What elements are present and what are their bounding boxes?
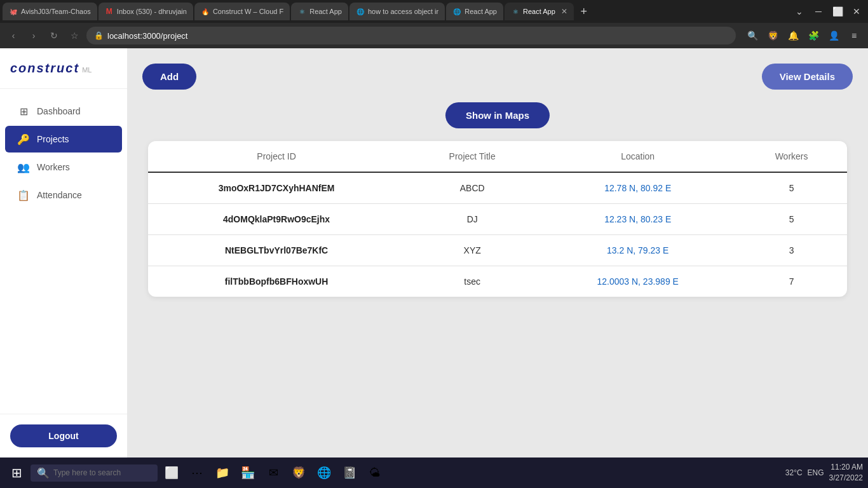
tab-react3[interactable]: ⚛ React App ✕: [505, 3, 574, 20]
brave-shield-icon[interactable]: 🦁: [764, 27, 782, 44]
cell-workers: 3: [736, 235, 847, 266]
logout-button[interactable]: Logout: [10, 424, 117, 447]
logo-text: construct: [10, 61, 79, 76]
sidebar: construct ML ⊞ Dashboard 🔑 Projects 👥 Wo…: [0, 48, 127, 458]
close-window-button[interactable]: ✕: [848, 3, 865, 20]
tab-favicon-howto: 🌐: [356, 7, 365, 16]
file-explorer-icon[interactable]: 📁: [211, 461, 234, 484]
cell-location: 13.2 N, 79.23 E: [539, 235, 736, 266]
tab-favicon-react1: ⚛: [297, 7, 306, 16]
cell-location: 12.78 N, 80.92 E: [539, 172, 736, 204]
reload-button[interactable]: ↻: [46, 27, 62, 44]
taskbar-right: 32°C ENG 11:20 AM 3/27/2022: [785, 462, 863, 484]
col-header-location: Location: [539, 141, 736, 172]
col-header-project-id: Project ID: [148, 141, 405, 172]
brave-taskbar-icon[interactable]: 🦁: [287, 461, 310, 484]
cell-project-id: NtEBGLTbvYrl07Be7KfC: [148, 235, 405, 266]
browser-chrome: 🐙 AvishJ03/Team-Chaos M Inbox (530) - dh…: [0, 0, 868, 48]
extensions-icon[interactable]: 🧩: [804, 27, 822, 44]
tab-avish[interactable]: 🐙 AvishJ03/Team-Chaos: [3, 3, 97, 20]
search-tool-icon[interactable]: 🔍: [743, 27, 761, 44]
sidebar-item-dashboard[interactable]: ⊞ Dashboard: [5, 98, 122, 125]
tab-label-howto: how to access object ir: [368, 8, 438, 15]
top-actions: Add View Details: [142, 64, 853, 90]
tab-favicon-inbox: M: [105, 7, 114, 16]
language-display: ENG: [808, 468, 824, 477]
view-details-button[interactable]: View Details: [762, 64, 853, 90]
start-button[interactable]: ⊞: [5, 461, 28, 484]
address-bar: ‹ › ↻ ☆ 🔒 localhost:3000/project 🔍 🦁 🔔 🧩…: [0, 23, 868, 48]
taskview-icon[interactable]: ⬜: [160, 461, 183, 484]
taskbar-time: 11:20 AM 3/27/2022: [829, 462, 863, 484]
tab-label-react2: React App: [465, 8, 497, 15]
taskbar-search[interactable]: 🔍: [31, 464, 158, 482]
app-body: construct ML ⊞ Dashboard 🔑 Projects 👥 Wo…: [0, 48, 868, 458]
cell-workers: 5: [736, 172, 847, 204]
projects-icon: 🔑: [18, 133, 29, 145]
url-text: localhost:3000/project: [107, 31, 187, 41]
sidebar-item-label-projects: Projects: [37, 134, 69, 144]
minimize-button[interactable]: ─: [810, 3, 827, 20]
tab-react1[interactable]: ⚛ React App: [291, 3, 348, 20]
projects-table-container: Project ID Project Title Location Worker…: [148, 141, 847, 297]
tab-howto[interactable]: 🌐 how to access object ir: [349, 3, 445, 20]
url-bar[interactable]: 🔒 localhost:3000/project: [86, 27, 736, 44]
add-button[interactable]: Add: [142, 64, 196, 90]
tab-favicon-construct: 🔥: [201, 7, 210, 16]
table-row[interactable]: 4dOMQklaPt9RwO9cEjhx DJ 12.23 N, 80.23 E…: [148, 204, 847, 235]
tab-favicon-avish: 🐙: [9, 7, 18, 16]
logo-ml: ML: [82, 66, 92, 74]
sidebar-item-label-dashboard: Dashboard: [37, 106, 81, 116]
taskbar-search-input[interactable]: [53, 468, 149, 477]
date-display: 3/27/2022: [829, 473, 863, 484]
taskbar-search-icon: 🔍: [37, 467, 50, 479]
account-icon[interactable]: 👤: [825, 27, 843, 44]
maximize-button[interactable]: ⬜: [829, 3, 846, 20]
sidebar-logo: construct ML: [0, 48, 127, 89]
tab-inbox[interactable]: M Inbox (530) - dhruvjain: [98, 3, 193, 20]
cell-title: ABCD: [405, 172, 539, 204]
projects-table: Project ID Project Title Location Worker…: [148, 141, 847, 297]
microsoft-store-icon[interactable]: 🏪: [236, 461, 259, 484]
browser-tools: 🔍 🦁 🔔 🧩 👤 ≡: [743, 27, 863, 44]
tab-construct[interactable]: 🔥 Construct W – Cloud F: [194, 3, 290, 20]
taskbar: ⊞ 🔍 ⬜ ⋯ 📁 🏪 ✉ 🦁 🌐 📓 🌤 32°C ENG 11:20 AM …: [0, 458, 868, 488]
notification-icon[interactable]: 🔔: [784, 27, 802, 44]
table-row[interactable]: 3moOxR1JD7CXyhHANfEM ABCD 12.78 N, 80.92…: [148, 172, 847, 204]
tab-bar: 🐙 AvishJ03/Team-Chaos M Inbox (530) - dh…: [0, 0, 868, 23]
bookmark-button[interactable]: ☆: [66, 27, 83, 44]
sidebar-footer: Logout: [0, 414, 127, 458]
temperature-display: 32°C: [785, 468, 803, 477]
sidebar-item-attendance[interactable]: 📋 Attendance: [5, 182, 122, 208]
tab-label-react3: React App: [523, 8, 555, 15]
tab-controls: ⌄ ─ ⬜ ✕: [790, 3, 865, 20]
weather-icon[interactable]: 🌤: [363, 461, 386, 484]
table-row[interactable]: NtEBGLTbvYrl07Be7KfC XYZ 13.2 N, 79.23 E…: [148, 235, 847, 266]
tab-list-button[interactable]: ⌄: [790, 3, 808, 20]
onenote-icon[interactable]: 📓: [338, 461, 361, 484]
menu-icon[interactable]: ≡: [845, 27, 863, 44]
sidebar-item-workers[interactable]: 👥 Workers: [5, 154, 122, 180]
cell-title: tsec: [405, 266, 539, 297]
cell-title: XYZ: [405, 235, 539, 266]
show-maps-button[interactable]: Show in Maps: [445, 102, 550, 128]
back-button[interactable]: ‹: [5, 27, 22, 44]
table-row[interactable]: filTbbBopfb6BFHoxwUH tsec 12.0003 N, 23.…: [148, 266, 847, 297]
cell-project-id: 3moOxR1JD7CXyhHANfEM: [148, 172, 405, 204]
cell-workers: 5: [736, 204, 847, 235]
tab-close-icon[interactable]: ✕: [561, 7, 567, 16]
browser2-icon[interactable]: 🌐: [313, 461, 336, 484]
cell-location: 12.23 N, 80.23 E: [539, 204, 736, 235]
workers-icon: 👥: [18, 161, 29, 173]
tab-label-inbox: Inbox (530) - dhruvjain: [117, 8, 187, 15]
taskbar-apps-icon[interactable]: ⋯: [186, 461, 208, 484]
sidebar-item-label-attendance: Attendance: [37, 190, 82, 200]
sidebar-nav: ⊞ Dashboard 🔑 Projects 👥 Workers 📋 Atten…: [0, 89, 127, 414]
forward-button[interactable]: ›: [25, 27, 42, 44]
sidebar-item-projects[interactable]: 🔑 Projects: [5, 126, 122, 152]
cell-project-id: 4dOMQklaPt9RwO9cEjhx: [148, 204, 405, 235]
new-tab-button[interactable]: +: [575, 3, 593, 20]
tab-label-avish: AvishJ03/Team-Chaos: [21, 8, 91, 15]
mail-icon[interactable]: ✉: [262, 461, 285, 484]
tab-react2[interactable]: 🌐 React App: [446, 3, 503, 20]
